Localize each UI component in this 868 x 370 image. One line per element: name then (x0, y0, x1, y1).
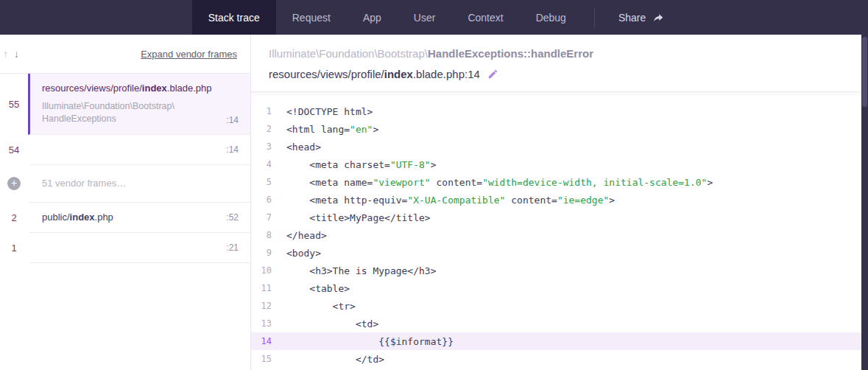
frame-number: + (0, 165, 28, 203)
frame-number: 54 (0, 135, 28, 165)
frame-line-number: :14 (226, 115, 239, 125)
code-line: 15 </td> (251, 350, 868, 368)
frame-line-number: :14 (226, 144, 239, 155)
code-line-source: <td> (286, 318, 378, 329)
frame-file: resources/views/profile/index.blade.php (42, 83, 239, 94)
frame-nav-arrows: ↑ ↓ (3, 48, 19, 60)
code-line-number: 14 (251, 336, 286, 346)
frame-line-number: :21 (226, 242, 239, 253)
topbar: Stack trace Request App User Context Deb… (0, 0, 868, 35)
frame-content: resources/views/profile/index.blade.phpI… (28, 74, 250, 135)
code-line-source: <meta charset="UTF-8"> (286, 159, 437, 170)
expand-vendor-plus-icon[interactable]: + (7, 177, 21, 190)
code-line-source: <meta name="viewport" content="width=dev… (286, 177, 713, 188)
code-line-source: <meta http-equiv="X-UA-Compatible" conte… (286, 195, 615, 206)
tab-bar: Stack trace Request App User Context Deb… (192, 0, 582, 35)
code-line-source: <title>MyPage</title> (286, 212, 431, 223)
frame-content: public/index.php:52 (28, 203, 250, 233)
frame-content: :14 (28, 135, 250, 165)
frame-number: 1 (0, 233, 28, 263)
code-line-number: 15 (251, 354, 286, 364)
code-line-number: 12 (251, 301, 286, 311)
code-line: 8</head> (251, 226, 868, 244)
code-line-number: 2 (251, 124, 286, 134)
code-line-source: {{$informat}} (286, 336, 454, 347)
code-line-source: <tr> (286, 301, 356, 312)
code-line-number: 11 (251, 283, 286, 293)
prev-frame-arrow-icon[interactable]: ↑ (3, 48, 8, 60)
scrollbar-thumb[interactable] (862, 37, 867, 107)
code-line: 13 <td> (251, 315, 868, 332)
stack-frame-row[interactable]: 1:21 (0, 233, 250, 263)
share-button[interactable]: Share (607, 0, 676, 35)
stack-trace-sidebar: ↑ ↓ Expand vendor frames 55resources/vie… (0, 35, 251, 370)
code-line-number: 10 (251, 265, 286, 276)
stack-frame-row[interactable]: 55resources/views/profile/index.blade.ph… (0, 74, 250, 135)
code-line-source: </td> (286, 354, 384, 365)
frame-number: 2 (0, 203, 28, 233)
code-line-source: <table> (286, 283, 350, 294)
code-line-source: <h3>The is Mypage</h3> (286, 265, 437, 276)
topbar-divider (594, 7, 595, 27)
tab-app[interactable]: App (347, 0, 398, 35)
stack-frame-row[interactable]: 2public/index.php:52 (0, 203, 250, 233)
code-line-number: 6 (251, 195, 286, 205)
exception-class-prefix: Illuminate\Foundation\Bootstrap\ (269, 47, 428, 60)
code-line-number: 4 (251, 159, 286, 170)
frame-content: :21 (28, 233, 250, 263)
code-line-number: 1 (251, 106, 286, 116)
code-line: 12 <tr> (251, 297, 868, 315)
code-line-source: </head> (286, 230, 327, 241)
next-frame-arrow-icon[interactable]: ↓ (14, 48, 19, 60)
frame-line-number: :52 (226, 212, 239, 223)
exception-header: Illuminate\Foundation\Bootstrap\HandleEx… (251, 35, 868, 91)
edit-file-pencil-icon[interactable] (487, 69, 498, 80)
code-line-source: <!DOCTYPE html> (286, 106, 373, 117)
code-line: 10 <h3>The is Mypage</h3> (251, 262, 868, 279)
frame-number: 55 (0, 74, 28, 135)
code-line-number: 9 (251, 248, 286, 258)
frames-list: 55resources/views/profile/index.blade.ph… (0, 74, 250, 370)
tab-debug[interactable]: Debug (520, 0, 582, 35)
share-label: Share (618, 12, 646, 24)
frame-file: public/index.php (42, 212, 113, 223)
tab-request[interactable]: Request (276, 0, 347, 35)
code-snippet: 1<!DOCTYPE html>2<html lang="en">3<head>… (251, 91, 868, 370)
code-line-number: 5 (251, 177, 286, 187)
main-panel: Illuminate\Foundation\Bootstrap\HandleEx… (251, 35, 868, 370)
tab-context[interactable]: Context (451, 0, 519, 35)
code-line-number: 8 (251, 230, 286, 240)
code-line: 7 <title>MyPage</title> (251, 209, 868, 226)
code-line: 14 {{$informat}} (251, 332, 868, 350)
code-line: 9<body> (251, 244, 868, 262)
code-line-source: <html lang="en"> (286, 124, 378, 135)
exception-class-method: HandleExceptions::handleError (428, 47, 593, 60)
code-line-source: <body> (286, 248, 321, 259)
code-line: 5 <meta name="viewport" content="width=d… (251, 173, 868, 191)
vendor-frames-label: 51 vendor frames… (42, 178, 239, 189)
code-line: 2<html lang="en"> (251, 120, 868, 138)
expand-vendor-frames-link[interactable]: Expand vendor frames (141, 49, 237, 60)
code-line-source: <head> (286, 142, 321, 153)
code-line-number: 13 (251, 318, 286, 329)
share-arrow-icon (652, 12, 664, 24)
frame-class: Illuminate\Foundation\Bootstrap\HandleEx… (42, 100, 174, 125)
code-line: 6 <meta http-equiv="X-UA-Compatible" con… (251, 191, 868, 209)
code-line-number: 7 (251, 212, 286, 223)
exception-class: Illuminate\Foundation\Bootstrap\HandleEx… (269, 47, 850, 60)
tab-stack-trace[interactable]: Stack trace (192, 0, 276, 35)
code-line: 3<head> (251, 138, 868, 156)
code-line: 4 <meta charset="UTF-8"> (251, 156, 868, 173)
vendor-frames-row[interactable]: +51 vendor frames… (0, 165, 250, 203)
code-line: 11 <table> (251, 279, 868, 297)
exception-file-path: resources/views/profile/index.blade.php:… (269, 68, 480, 80)
stack-frame-row[interactable]: 54:14 (0, 135, 250, 165)
exception-location: resources/views/profile/index.blade.php:… (269, 68, 850, 80)
page-scrollbar[interactable] (861, 0, 868, 370)
code-line: 1<!DOCTYPE html> (251, 102, 868, 120)
sidebar-header: ↑ ↓ Expand vendor frames (0, 35, 250, 74)
frame-content: 51 vendor frames… (28, 165, 250, 203)
code-line-number: 3 (251, 142, 286, 152)
code-viewer: 1<!DOCTYPE html>2<html lang="en">3<head>… (251, 102, 868, 368)
tab-user[interactable]: User (398, 0, 452, 35)
